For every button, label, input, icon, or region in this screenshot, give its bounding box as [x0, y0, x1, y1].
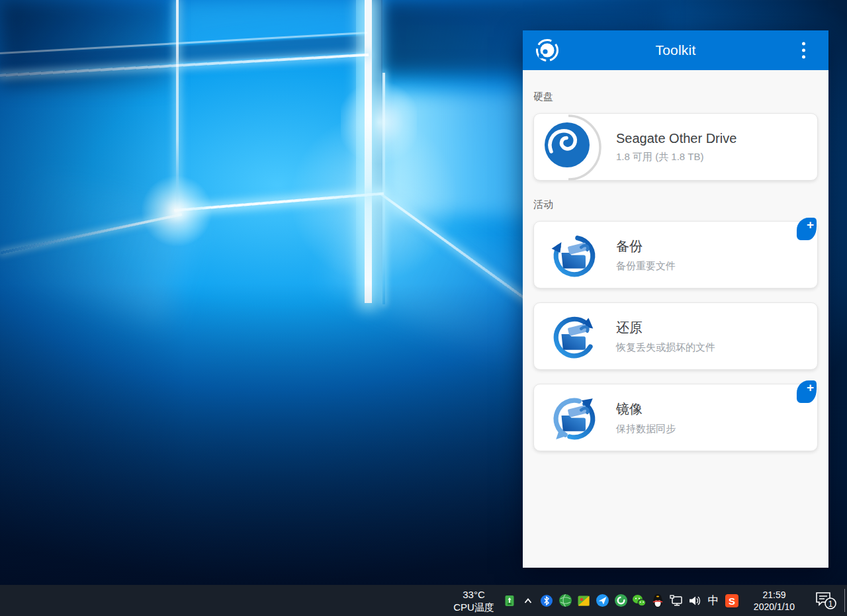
mirror-icon: [550, 393, 599, 442]
toolkit-window: Toolkit 硬盘 Seagate Other Drive 1.8 可用 (共…: [523, 30, 828, 568]
cpu-temp-label: CPU温度: [453, 601, 495, 613]
taskbar-clock[interactable]: 21:59 2020/1/10: [746, 589, 802, 613]
menu-kebab-icon[interactable]: [802, 42, 805, 59]
ring-e-icon[interactable]: [613, 594, 628, 608]
backup-add-badge[interactable]: +: [797, 218, 817, 240]
drive-subtitle: 1.8 可用 (共 1.8 TB): [616, 151, 736, 163]
restore-title: 还原: [616, 319, 715, 337]
toolkit-titlebar: Toolkit: [523, 30, 828, 70]
sogou-icon[interactable]: S: [725, 594, 739, 608]
map-icon[interactable]: [576, 594, 591, 608]
activity-card-backup[interactable]: + 备份 备: [533, 221, 818, 288]
clock-time: 21:59: [746, 589, 802, 601]
qq-icon[interactable]: [650, 594, 665, 608]
window-title: Toolkit: [523, 42, 828, 58]
bluetooth-icon[interactable]: [539, 594, 554, 608]
activity-card-mirror[interactable]: + 镜像 保持数据同步: [533, 384, 818, 451]
section-label-activities: 活动: [533, 181, 818, 211]
notification-count: 1: [828, 599, 833, 609]
backup-subtitle: 备份重要文件: [616, 260, 676, 273]
toolkit-body: 硬盘 Seagate Other Drive 1.8 可用 (共 1.8 TB)…: [523, 70, 828, 568]
restore-icon: [550, 312, 599, 361]
ime-chinese-indicator[interactable]: 中: [706, 594, 721, 608]
taskbar: 33°C CPU温度: [0, 585, 847, 616]
globe-antivirus-icon[interactable]: [558, 594, 572, 608]
restore-subtitle: 恢复丢失或损坏的文件: [616, 341, 715, 354]
cpu-temp-widget: 33°C CPU温度: [453, 588, 495, 613]
svg-text:S: S: [729, 595, 735, 606]
section-label-drives: 硬盘: [533, 70, 818, 103]
drive-icon: [533, 112, 604, 183]
notification-center-icon[interactable]: 1: [811, 590, 838, 611]
mirror-subtitle: 保持数据同步: [616, 423, 676, 435]
browser-kite-icon[interactable]: [595, 594, 609, 608]
mirror-title: 镜像: [616, 400, 676, 418]
system-tray: 中 S: [502, 585, 739, 616]
volume-icon[interactable]: [688, 594, 702, 608]
chevron-up-icon[interactable]: [521, 594, 535, 608]
mirror-add-badge[interactable]: +: [797, 380, 817, 403]
show-desktop-separator[interactable]: [844, 589, 845, 612]
toolkit-logo-icon: [534, 37, 560, 64]
usb-icon[interactable]: [502, 594, 517, 608]
network-display-icon[interactable]: [669, 594, 684, 608]
activity-card-restore[interactable]: 还原 恢复丢失或损坏的文件: [533, 302, 818, 370]
drive-card[interactable]: Seagate Other Drive 1.8 可用 (共 1.8 TB): [533, 113, 818, 181]
backup-icon: [550, 230, 599, 279]
wechat-icon[interactable]: [632, 594, 646, 608]
backup-title: 备份: [616, 238, 676, 255]
clock-date: 2020/1/10: [746, 601, 802, 613]
cpu-temp-value: 33°C: [453, 588, 495, 601]
drive-title: Seagate Other Drive: [616, 131, 736, 146]
